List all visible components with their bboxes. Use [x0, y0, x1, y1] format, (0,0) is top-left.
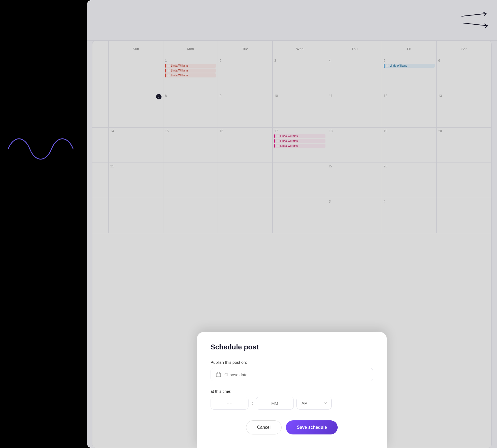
- time-colon: :: [251, 400, 253, 406]
- cancel-button[interactable]: Cancel: [246, 420, 282, 434]
- minute-input[interactable]: [256, 397, 294, 410]
- calendar-icon: [216, 372, 221, 377]
- hour-input[interactable]: [211, 397, 248, 410]
- modal-actions: Cancel Save schedule: [211, 420, 373, 434]
- date-input[interactable]: [224, 372, 368, 377]
- save-schedule-button[interactable]: Save schedule: [286, 420, 338, 434]
- bg-left-panel: [0, 0, 87, 448]
- ampm-select[interactable]: AM PM: [296, 397, 332, 410]
- schedule-post-modal: Schedule post Publish this post on: at t…: [197, 332, 387, 448]
- svg-rect-6: [216, 373, 221, 377]
- date-input-wrapper[interactable]: [211, 368, 373, 381]
- publish-label: Publish this post on:: [211, 360, 373, 365]
- time-row: : AM PM: [211, 397, 373, 410]
- modal-overlay: Schedule post Publish this post on: at t…: [87, 0, 497, 448]
- squiggle-decoration: [3, 130, 79, 168]
- modal-title: Schedule post: [211, 343, 373, 351]
- time-label: at this time:: [211, 389, 373, 394]
- main-content: Sun Mon Tue Wed Thu Fri Sat 1: [87, 0, 497, 448]
